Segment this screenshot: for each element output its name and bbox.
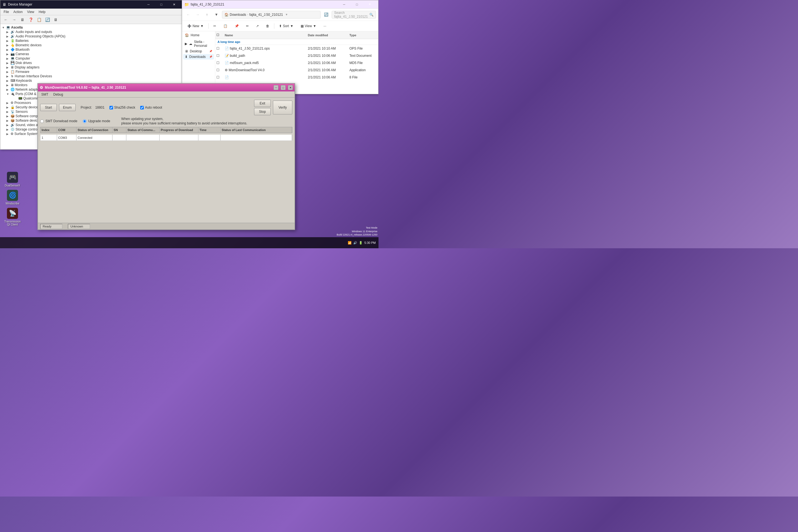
file-checkbox[interactable]: ☐ [216,75,225,79]
toolbar-update[interactable]: 🔄 [43,16,51,23]
taskbar-right: 📶 🔊 🔋 5:30 PM [348,241,376,245]
name-header[interactable]: Name [225,34,308,37]
refresh-button[interactable]: 🔄 [322,11,330,19]
battery-icon[interactable]: 🔋 [359,241,363,245]
tree-item[interactable]: ▶📋Firmware [6,70,182,74]
desktop-icon-dualsensex[interactable]: 🎮 DualSenseX [3,172,22,187]
msm-close-button[interactable]: ✕ [288,85,293,90]
sidebar-item-stella[interactable]: ▶ ☁ Stella - Personal [183,39,214,49]
wifi-icon[interactable]: 📶 [348,241,352,245]
sha256-checkbox[interactable] [110,106,113,110]
toolbar-properties[interactable]: 📋 [35,16,43,23]
tree-item[interactable]: ▶💻Computer [6,56,182,61]
tree-item[interactable]: ▶🔊Audio inputs and outputs [6,30,182,34]
desktop-icon-transmission[interactable]: 📡 TransmissionQt Client [3,208,22,226]
fe-close-button[interactable]: ✕ [363,0,376,8]
enum-button[interactable]: Enum [59,104,76,111]
sidebar-item-desktop[interactable]: 🖥 Desktop 📌 [183,49,214,54]
breadcrumb-dropdown[interactable]: ▼ [285,13,288,16]
msm-menu-smt[interactable]: SMT [39,92,51,97]
menu-help[interactable]: Help [37,10,48,14]
close-button[interactable]: ✕ [168,0,180,8]
upgrade-mode-radio[interactable] [83,119,87,123]
nav-up-button[interactable]: ↑ [203,11,211,19]
minimize-button[interactable]: ─ [142,0,155,8]
fe-minimize-button[interactable]: ─ [338,0,350,8]
desktop-icon-windscribe[interactable]: 🌀 Windscribe [3,190,22,205]
msm-table-row[interactable]: 1 COM3 Connected [40,135,292,141]
msm-right-buttons: Exit Stop [254,100,271,115]
tree-root[interactable]: ▼ 💻 Ascella [1,25,182,30]
tree-item[interactable]: ▶🔊Audio Processing Objects (APOs) [6,34,182,39]
verify-button[interactable]: Verify [273,100,292,114]
tree-item[interactable]: ▶🖥Display adapters [6,65,182,70]
date-header[interactable]: Date modified [308,34,349,37]
toolbar-extra[interactable]: 🖥 [52,16,60,23]
view-dropdown-icon[interactable]: ▼ [313,24,317,28]
sort-button[interactable]: ⬆ Sort ▼ [276,22,297,30]
nav-forward-button[interactable]: → [194,11,202,19]
nav-back-button[interactable]: ← [184,11,192,19]
tree-item[interactable]: ▶📷Cameras [6,52,182,56]
rename-button[interactable]: ✏ [243,22,252,30]
file-checkbox[interactable]: ☐ [216,68,225,72]
nav-dropdown-button[interactable]: ▼ [212,11,220,19]
tree-item[interactable]: ▶💾Disk drives [6,61,182,65]
checkbox-header[interactable]: ☐ [216,33,225,37]
msm-menu-debug[interactable]: Debug [51,92,65,97]
file-checkbox[interactable]: ☐ [216,61,225,65]
file-checkbox[interactable]: ☐ [216,54,225,58]
cut-button[interactable]: ✂ [210,22,219,30]
start-button[interactable]: Start [40,104,57,111]
search-icon[interactable]: 🔍 [369,13,374,17]
tree-item[interactable]: ▶🖱Human Interface Devices [6,74,182,78]
file-row[interactable]: ☐ 📄 2/1/2021 10:06 AM 8 File [215,74,378,81]
copy-button[interactable]: 📋 [220,22,230,30]
volume-icon[interactable]: 🔊 [353,241,357,245]
stop-button[interactable]: Stop [254,108,271,115]
device-manager-title: Device Manager [8,2,140,6]
share-button[interactable]: ↗ [253,22,262,30]
tree-item[interactable]: ▶⌨Keyboards [6,78,182,83]
toolbar-forward[interactable]: → [10,16,18,23]
msm-minimize-button[interactable]: ─ [273,85,279,90]
toolbar-computer[interactable]: 🖥 [19,16,26,23]
menu-file[interactable]: File [1,10,11,14]
toolbar-back[interactable]: ← [2,16,10,23]
type-header[interactable]: Type [349,34,377,37]
delete-button[interactable]: 🗑 [263,22,272,30]
fe-maximize-button[interactable]: □ [350,0,363,8]
sidebar-item-downloads[interactable]: ⬇ Downloads 📌 [183,54,214,60]
file-row[interactable]: ☐ 📄 md5sum_pack.md5 2/1/2021 10:06 AM MD… [215,59,378,66]
clock[interactable]: 5:30 PM [364,241,376,244]
search-box[interactable]: Search fajita_41_J.50_210121 🔍 [332,11,376,19]
address-bar[interactable]: 🏠 Downloads › fajita_41_J.50_210121 ▼ [222,11,321,19]
os-label: Windows 11 Enterprise [337,230,377,233]
maximize-button[interactable]: □ [155,0,168,8]
paste-button[interactable]: 📌 [232,22,242,30]
file-row[interactable]: ☐ 📄 fajita_41_J.50_210121.ops 2/1/2021 1… [215,45,378,52]
sort-icon: ⬆ [279,24,282,28]
file-row[interactable]: ☐ ⚙ MsmDownloadTool V4.0 2/1/2021 10:06 … [215,66,378,74]
new-dropdown-icon[interactable]: ▼ [200,24,204,28]
menu-action[interactable]: Action [11,10,25,14]
exit-button[interactable]: Exit [254,100,271,107]
file-row[interactable]: ☐ 📝 build_path 2/1/2021 10:06 AM Text Do… [215,52,378,59]
breadcrumb-downloads[interactable]: Downloads [230,13,246,17]
toolbar-help[interactable]: ❓ [27,16,35,23]
breadcrumb-folder[interactable]: fajita_41_J.50_210121 [249,13,283,17]
view-button[interactable]: ▦ View ▼ [298,22,320,30]
menu-view[interactable]: View [25,10,37,14]
tree-item[interactable]: ▶🔋Batteries [6,39,182,43]
tree-item[interactable]: ▶🔷Bluetooth [6,48,182,52]
smt-mode-radio[interactable] [40,119,44,123]
tree-item[interactable]: ▶👆Biometric devices [6,43,182,48]
file-type: Application [349,68,377,72]
sort-dropdown-icon[interactable]: ▼ [290,24,293,28]
new-button[interactable]: ➕ New ▼ [184,22,207,30]
file-checkbox[interactable]: ☐ [216,46,225,51]
more-button[interactable]: ··· [321,22,329,30]
msm-restore-button[interactable]: □ [281,85,286,90]
sidebar-item-home[interactable]: 🏠 Home [183,33,214,38]
autoreboot-checkbox[interactable] [140,106,144,110]
